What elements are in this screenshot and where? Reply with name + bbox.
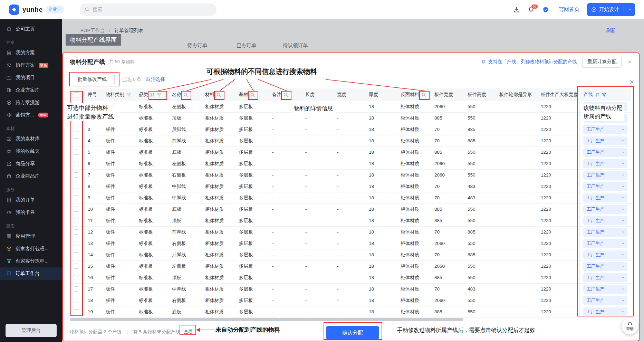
logo[interactable]: yunhe 企业 xyxy=(9,4,64,15)
chevron-down-icon[interactable] xyxy=(628,8,632,11)
row-checkbox[interactable] xyxy=(74,115,79,121)
row-checkbox[interactable] xyxy=(74,161,79,166)
cell-serial: 11 xyxy=(84,215,102,226)
line-select[interactable]: 工厂生产 xyxy=(583,228,627,237)
search-icon[interactable] xyxy=(250,92,255,97)
line-select[interactable]: 工厂生产 xyxy=(583,307,627,316)
sidebar-item-label: 订单工作台 xyxy=(16,270,40,277)
line-select[interactable]: 工厂生产 xyxy=(583,171,627,180)
sidebar-item-1-1[interactable]: 协作方案限免 xyxy=(0,59,62,72)
row-checkbox[interactable] xyxy=(74,252,79,257)
cancel-selection-link[interactable]: 取消选择 xyxy=(146,76,165,83)
table-row-19: 19板件标准板底板柜体材质多层板---18柜体材质8855501220工厂生产 xyxy=(70,306,631,317)
cell-name: 底板 xyxy=(168,203,201,215)
sidebar-item-2-0[interactable]: 我的素材库 xyxy=(0,133,62,145)
caret-icon xyxy=(621,230,625,234)
filter-icon[interactable] xyxy=(157,92,162,97)
line-select[interactable]: 工厂生产 xyxy=(583,114,627,123)
sort-icon[interactable] xyxy=(150,92,155,97)
line-select[interactable]: 工厂生产 xyxy=(583,285,627,294)
line-select[interactable]: 工厂生产 xyxy=(583,262,627,271)
cell-category: 标准板 xyxy=(135,135,168,146)
search-input[interactable]: 搜索 xyxy=(80,3,217,16)
sidebar-item-0-0[interactable]: 公司主页 xyxy=(0,23,62,35)
search-icon[interactable] xyxy=(421,92,426,97)
row-checkbox[interactable] xyxy=(74,229,79,235)
cell-name: 右侧板 xyxy=(168,238,201,249)
notifications-button[interactable]: 99 xyxy=(528,6,535,13)
download-button[interactable] xyxy=(513,6,520,13)
line-select[interactable]: 工厂生产 xyxy=(583,250,627,259)
row-checkbox[interactable] xyxy=(74,309,79,314)
header-checkbox[interactable] xyxy=(74,92,79,97)
sidebar-item-1-3[interactable]: 企业方案库 xyxy=(0,84,62,96)
row-checkbox[interactable] xyxy=(74,127,79,132)
line-select[interactable]: 工厂生产 xyxy=(583,125,627,134)
line-select[interactable]: 工厂生产 xyxy=(583,136,627,145)
admin-console-button[interactable]: 管理后台 xyxy=(6,324,57,337)
line-select[interactable]: 工厂生产 xyxy=(583,148,627,157)
search-icon[interactable] xyxy=(283,92,288,97)
sidebar-item-3-0[interactable]: 我的订单 xyxy=(0,194,62,206)
sidebar-item-3-1[interactable]: 我的卡券 xyxy=(0,206,62,219)
sidebar-item-2-3[interactable]: 企业商品库 xyxy=(0,170,62,182)
row-checkbox[interactable] xyxy=(74,298,79,303)
row-checkbox[interactable] xyxy=(74,241,79,246)
sidebar-item-1-5[interactable]: 营销方...new xyxy=(0,109,62,121)
line-select[interactable]: 工厂生产 xyxy=(583,193,627,202)
cell-line: 工厂生产 xyxy=(579,260,631,272)
sidebar-item-4-2[interactable]: 创家客分拣程... xyxy=(0,255,62,267)
confirm-allocation-button[interactable]: 确认分配 xyxy=(326,326,379,339)
line-select[interactable]: 工厂生产 xyxy=(583,239,627,248)
recalculate-button[interactable]: 重新计算分配 xyxy=(582,56,622,68)
row-checkbox[interactable] xyxy=(74,104,79,109)
line-select[interactable]: 工厂生产 xyxy=(583,205,627,214)
sidebar-group-title: 应用 xyxy=(6,223,62,229)
row-checkbox[interactable] xyxy=(74,184,79,189)
sidebar-item-2-1[interactable]: 我的收藏夹 xyxy=(0,145,62,158)
view-unassigned-link[interactable]: 查看 xyxy=(184,329,193,335)
site-home-link[interactable]: 官网首页 xyxy=(559,6,579,13)
search-icon[interactable] xyxy=(183,92,188,97)
line-select[interactable]: 工厂生产 xyxy=(583,273,627,282)
row-checkbox[interactable] xyxy=(74,207,79,212)
sidebar-item-1-2[interactable]: 我的项目 xyxy=(0,72,62,84)
filter-icon[interactable] xyxy=(126,92,131,97)
line-select[interactable]: 工厂生产 xyxy=(583,182,627,191)
sidebar-item-4-3[interactable]: 订单工作台 xyxy=(0,267,62,280)
row-checkbox[interactable] xyxy=(74,172,79,178)
row-checkbox[interactable] xyxy=(74,264,79,269)
org-switcher[interactable]: 企业 xyxy=(46,6,64,13)
membership-button[interactable] xyxy=(542,6,549,13)
cell-material: 柜体材质 xyxy=(201,135,235,146)
line-select[interactable]: 工厂生产 xyxy=(583,296,627,305)
package-icon xyxy=(6,246,12,251)
help-button[interactable]: 帮助 xyxy=(622,318,638,334)
row-checkbox[interactable] xyxy=(74,195,79,200)
caret-icon xyxy=(621,241,625,245)
scrollbar-thumb[interactable] xyxy=(70,318,463,321)
line-select[interactable]: 工厂生产 xyxy=(583,159,627,168)
row-checkbox[interactable] xyxy=(74,275,79,280)
table-row-6: 6板件标准板左侧板柜体材质多层板---18柜体材质20605501220工厂生产 xyxy=(70,158,631,169)
row-checkbox[interactable] xyxy=(74,218,79,223)
start-design-button[interactable]: 开始设计 xyxy=(587,3,635,16)
batch-edit-line-button[interactable]: 批量修改产线 xyxy=(70,74,115,85)
sidebar-item-1-4[interactable]: 跨方案漫游 xyxy=(0,96,62,109)
sidebar-item-4-0[interactable]: 应用管理 xyxy=(0,230,62,243)
line-select[interactable]: 工厂生产 xyxy=(583,102,627,111)
row-checkbox[interactable] xyxy=(74,138,79,143)
row-checkbox[interactable] xyxy=(74,150,79,155)
sidebar-item-1-0[interactable]: 我的方案 xyxy=(0,47,62,59)
search-icon[interactable] xyxy=(216,92,221,97)
sidebar-item-4-1[interactable]: 创家客打包程... xyxy=(0,243,62,255)
filter-icon[interactable] xyxy=(602,92,607,97)
sidebar-item-2-2[interactable]: 商品分享 xyxy=(0,158,62,170)
close-icon[interactable]: × xyxy=(628,58,632,65)
cell-substrate: 多层板 xyxy=(235,192,268,203)
cell-panel-height: 885 xyxy=(463,249,495,260)
sort-icon[interactable] xyxy=(595,92,600,97)
column-settings-button[interactable] xyxy=(629,79,635,85)
line-select[interactable]: 工厂生产 xyxy=(583,216,627,225)
row-checkbox[interactable] xyxy=(74,286,79,292)
